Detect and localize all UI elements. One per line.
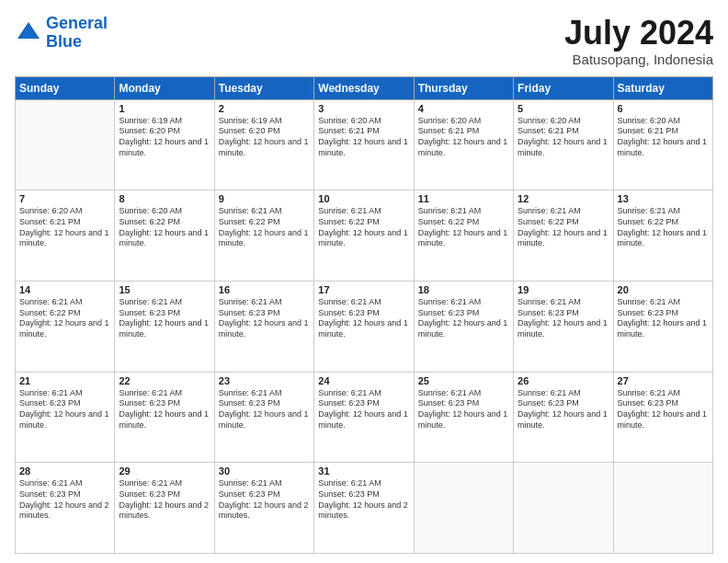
calendar-header-sunday: Sunday <box>16 76 115 99</box>
day-number: 22 <box>119 375 210 386</box>
calendar-cell: 28Sunrise: 6:21 AMSunset: 6:23 PMDayligh… <box>16 463 115 554</box>
main-title: July 2024 <box>564 15 713 52</box>
cell-info: Sunrise: 6:21 AMSunset: 6:23 PMDaylight:… <box>318 478 409 522</box>
cell-info: Sunrise: 6:20 AMSunset: 6:21 PMDaylight:… <box>618 116 709 159</box>
calendar-cell: 6Sunrise: 6:20 AMSunset: 6:21 PMDaylight… <box>613 99 712 190</box>
calendar-cell: 4Sunrise: 6:20 AMSunset: 6:21 PMDaylight… <box>414 99 513 190</box>
cell-info: Sunrise: 6:21 AMSunset: 6:23 PMDaylight:… <box>19 478 110 522</box>
cell-info: Sunrise: 6:21 AMSunset: 6:23 PMDaylight:… <box>418 297 509 340</box>
page: General Blue July 2024 Batusopang, Indon… <box>0 0 728 563</box>
day-number: 25 <box>418 375 509 386</box>
calendar-table: SundayMondayTuesdayWednesdayThursdayFrid… <box>15 76 713 554</box>
cell-info: Sunrise: 6:21 AMSunset: 6:23 PMDaylight:… <box>19 388 110 431</box>
cell-info: Sunrise: 6:21 AMSunset: 6:23 PMDaylight:… <box>219 388 310 431</box>
day-number: 23 <box>219 375 310 386</box>
day-number: 27 <box>618 375 709 386</box>
day-number: 30 <box>219 465 310 477</box>
calendar-cell <box>414 463 513 554</box>
day-number: 31 <box>318 465 409 477</box>
day-number: 18 <box>418 284 509 295</box>
calendar-cell: 27Sunrise: 6:21 AMSunset: 6:23 PMDayligh… <box>613 372 712 463</box>
day-number: 20 <box>618 284 709 295</box>
calendar-cell: 10Sunrise: 6:21 AMSunset: 6:22 PMDayligh… <box>314 190 414 282</box>
day-number: 26 <box>518 375 609 386</box>
cell-info: Sunrise: 6:21 AMSunset: 6:22 PMDaylight:… <box>19 297 110 340</box>
calendar-cell: 25Sunrise: 6:21 AMSunset: 6:23 PMDayligh… <box>414 372 513 463</box>
day-number: 11 <box>418 193 509 204</box>
calendar-cell: 24Sunrise: 6:21 AMSunset: 6:23 PMDayligh… <box>314 372 414 463</box>
calendar-cell: 26Sunrise: 6:21 AMSunset: 6:23 PMDayligh… <box>514 372 613 463</box>
day-number: 19 <box>518 284 609 295</box>
calendar-header-row: SundayMondayTuesdayWednesdayThursdayFrid… <box>16 76 713 99</box>
calendar-cell: 1Sunrise: 6:19 AMSunset: 6:20 PMDaylight… <box>115 99 214 190</box>
calendar-cell <box>613 463 712 554</box>
logo-text: General Blue <box>46 15 108 52</box>
day-number: 6 <box>618 103 709 114</box>
cell-info: Sunrise: 6:21 AMSunset: 6:22 PMDaylight:… <box>418 206 509 249</box>
calendar-cell: 8Sunrise: 6:20 AMSunset: 6:22 PMDaylight… <box>115 190 214 282</box>
calendar-cell: 20Sunrise: 6:21 AMSunset: 6:23 PMDayligh… <box>613 281 712 372</box>
day-number: 14 <box>19 284 110 295</box>
calendar-header-friday: Friday <box>514 76 613 99</box>
cell-info: Sunrise: 6:21 AMSunset: 6:23 PMDaylight:… <box>219 478 310 522</box>
calendar-cell: 3Sunrise: 6:20 AMSunset: 6:21 PMDaylight… <box>314 99 414 190</box>
subtitle: Batusopang, Indonesia <box>564 52 713 67</box>
day-number: 1 <box>119 103 210 114</box>
calendar-week-1: 7Sunrise: 6:20 AMSunset: 6:21 PMDaylight… <box>16 190 713 282</box>
calendar-cell: 12Sunrise: 6:21 AMSunset: 6:22 PMDayligh… <box>514 190 613 282</box>
cell-info: Sunrise: 6:19 AMSunset: 6:20 PMDaylight:… <box>219 116 310 159</box>
day-number: 7 <box>19 193 110 204</box>
calendar-cell: 16Sunrise: 6:21 AMSunset: 6:23 PMDayligh… <box>214 281 313 372</box>
calendar-cell <box>16 99 115 190</box>
cell-info: Sunrise: 6:21 AMSunset: 6:23 PMDaylight:… <box>618 297 709 340</box>
cell-info: Sunrise: 6:21 AMSunset: 6:23 PMDaylight:… <box>219 297 310 340</box>
calendar-cell: 29Sunrise: 6:21 AMSunset: 6:23 PMDayligh… <box>115 463 214 554</box>
calendar-cell: 19Sunrise: 6:21 AMSunset: 6:23 PMDayligh… <box>514 281 613 372</box>
logo: General Blue <box>15 15 108 52</box>
cell-info: Sunrise: 6:21 AMSunset: 6:23 PMDaylight:… <box>318 388 409 431</box>
calendar-cell: 30Sunrise: 6:21 AMSunset: 6:23 PMDayligh… <box>214 463 313 554</box>
cell-info: Sunrise: 6:21 AMSunset: 6:23 PMDaylight:… <box>518 388 609 431</box>
cell-info: Sunrise: 6:20 AMSunset: 6:22 PMDaylight:… <box>119 206 210 249</box>
day-number: 13 <box>618 193 709 204</box>
cell-info: Sunrise: 6:21 AMSunset: 6:22 PMDaylight:… <box>219 206 310 249</box>
day-number: 28 <box>19 465 110 477</box>
header: General Blue July 2024 Batusopang, Indon… <box>15 15 713 67</box>
calendar-cell: 11Sunrise: 6:21 AMSunset: 6:22 PMDayligh… <box>414 190 513 282</box>
calendar-header-thursday: Thursday <box>414 76 513 99</box>
cell-info: Sunrise: 6:21 AMSunset: 6:23 PMDaylight:… <box>518 297 609 340</box>
day-number: 3 <box>318 103 409 114</box>
calendar-cell: 15Sunrise: 6:21 AMSunset: 6:23 PMDayligh… <box>115 281 214 372</box>
calendar-week-2: 14Sunrise: 6:21 AMSunset: 6:22 PMDayligh… <box>16 281 713 372</box>
calendar-cell: 17Sunrise: 6:21 AMSunset: 6:23 PMDayligh… <box>314 281 414 372</box>
calendar-cell: 31Sunrise: 6:21 AMSunset: 6:23 PMDayligh… <box>314 463 414 554</box>
calendar-header-tuesday: Tuesday <box>214 76 313 99</box>
day-number: 17 <box>318 284 409 295</box>
cell-info: Sunrise: 6:21 AMSunset: 6:23 PMDaylight:… <box>119 388 210 431</box>
cell-info: Sunrise: 6:21 AMSunset: 6:23 PMDaylight:… <box>119 297 210 340</box>
cell-info: Sunrise: 6:21 AMSunset: 6:23 PMDaylight:… <box>618 388 709 431</box>
cell-info: Sunrise: 6:20 AMSunset: 6:21 PMDaylight:… <box>318 116 409 159</box>
cell-info: Sunrise: 6:20 AMSunset: 6:21 PMDaylight:… <box>418 116 509 159</box>
day-number: 16 <box>219 284 310 295</box>
calendar-week-4: 28Sunrise: 6:21 AMSunset: 6:23 PMDayligh… <box>16 463 713 554</box>
calendar-cell: 14Sunrise: 6:21 AMSunset: 6:22 PMDayligh… <box>16 281 115 372</box>
calendar-cell: 23Sunrise: 6:21 AMSunset: 6:23 PMDayligh… <box>214 372 313 463</box>
day-number: 24 <box>318 375 409 386</box>
calendar-cell: 9Sunrise: 6:21 AMSunset: 6:22 PMDaylight… <box>214 190 313 282</box>
day-number: 9 <box>219 193 310 204</box>
cell-info: Sunrise: 6:20 AMSunset: 6:21 PMDaylight:… <box>19 206 110 249</box>
calendar-cell: 7Sunrise: 6:20 AMSunset: 6:21 PMDaylight… <box>16 190 115 282</box>
cell-info: Sunrise: 6:21 AMSunset: 6:22 PMDaylight:… <box>518 206 609 249</box>
calendar-cell: 22Sunrise: 6:21 AMSunset: 6:23 PMDayligh… <box>115 372 214 463</box>
title-block: July 2024 Batusopang, Indonesia <box>564 15 713 67</box>
logo-icon <box>15 19 42 47</box>
calendar-header-wednesday: Wednesday <box>314 76 414 99</box>
cell-info: Sunrise: 6:21 AMSunset: 6:23 PMDaylight:… <box>119 478 210 522</box>
calendar-cell: 13Sunrise: 6:21 AMSunset: 6:22 PMDayligh… <box>613 190 712 282</box>
day-number: 21 <box>19 375 110 386</box>
calendar-header-monday: Monday <box>115 76 214 99</box>
day-number: 2 <box>219 103 310 114</box>
calendar-cell <box>514 463 613 554</box>
cell-info: Sunrise: 6:21 AMSunset: 6:22 PMDaylight:… <box>618 206 709 249</box>
